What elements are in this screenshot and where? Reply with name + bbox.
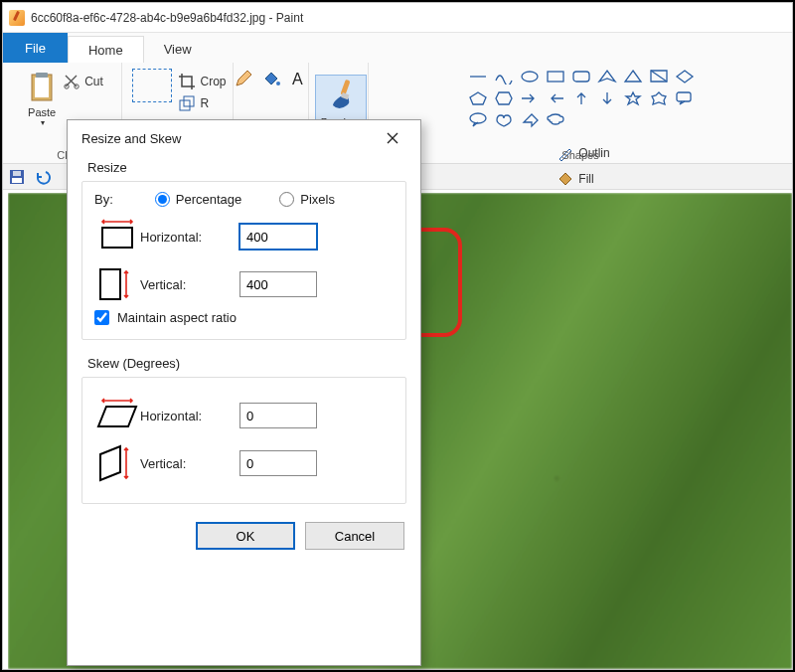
resize-group: By: Percentage Pixels Horizontal:	[81, 181, 406, 340]
svg-rect-9	[340, 79, 350, 95]
svg-rect-27	[102, 228, 132, 248]
svg-marker-14	[599, 71, 615, 82]
save-icon[interactable]	[9, 169, 25, 185]
dialog-titlebar: Resize and Skew	[68, 120, 420, 156]
bucket-icon[interactable]	[261, 69, 281, 88]
skew-group: Horizontal: Vertical:	[81, 377, 406, 504]
svg-marker-29	[98, 407, 136, 426]
resize-legend: Resize	[68, 156, 420, 181]
svg-rect-26	[13, 171, 21, 176]
svg-point-23	[470, 113, 486, 123]
svg-marker-30	[100, 446, 120, 480]
cut-button[interactable]: Cut	[63, 71, 103, 92]
close-button[interactable]	[373, 123, 412, 153]
pencil-icon[interactable]	[234, 69, 253, 88]
resize-horizontal-input[interactable]	[239, 224, 317, 250]
select-button[interactable]	[132, 69, 172, 102]
by-label: By:	[94, 192, 113, 207]
clipboard-icon	[25, 71, 59, 104]
radio-pixels-input[interactable]	[279, 192, 294, 207]
svg-rect-25	[12, 178, 22, 183]
resize-vertical-input[interactable]	[239, 271, 317, 297]
bucket-fill-icon	[556, 170, 574, 188]
resize-horizontal-icon	[94, 217, 140, 256]
crop-icon	[178, 73, 196, 90]
svg-rect-28	[100, 269, 120, 299]
radio-pixels[interactable]: Pixels	[279, 192, 335, 207]
skew-vertical-icon	[94, 443, 140, 483]
paint-window: 6cc60f8a-ef6c-4728-ab4c-b9e9a6b4fd32.jpg…	[2, 2, 793, 670]
close-icon	[387, 132, 398, 144]
shape-fill-button[interactable]: Fill	[556, 168, 609, 190]
skew-horizontal-icon	[94, 396, 140, 435]
svg-marker-20	[626, 92, 640, 104]
svg-point-7	[276, 82, 280, 85]
svg-text:A: A	[292, 71, 303, 87]
radio-percentage-input[interactable]	[155, 192, 170, 207]
resize-vertical-label: Vertical:	[140, 277, 239, 292]
title-filename: 6cc60f8a-ef6c-4728-ab4c-b9e9a6b4fd32.jpg	[31, 11, 265, 25]
svg-marker-21	[652, 92, 666, 104]
svg-marker-19	[496, 92, 512, 104]
resize-vertical-icon	[94, 264, 140, 304]
chevron-down-icon: ▾	[41, 118, 45, 127]
resize-skew-dialog: Resize and Skew Resize By: Percentage Pi…	[67, 119, 421, 666]
ribbon-tabs: File Home View	[3, 33, 792, 63]
skew-horizontal-label: Horizontal:	[140, 409, 239, 423]
text-icon[interactable]: A	[289, 69, 309, 88]
svg-rect-1	[35, 78, 49, 97]
dialog-buttons: OK Cancel	[68, 516, 420, 562]
svg-rect-2	[36, 73, 48, 78]
radio-percentage[interactable]: Percentage	[155, 192, 242, 207]
svg-rect-12	[548, 72, 563, 82]
tab-view[interactable]: View	[144, 35, 212, 63]
paint-app-icon	[9, 10, 25, 26]
svg-marker-18	[470, 92, 486, 104]
svg-marker-17	[677, 71, 693, 83]
resize-horizontal-label: Horizontal:	[140, 230, 239, 245]
svg-rect-6	[184, 96, 194, 106]
maintain-aspect-label: Maintain aspect ratio	[117, 310, 237, 325]
dialog-title: Resize and Skew	[81, 131, 181, 146]
svg-rect-5	[180, 100, 190, 110]
svg-rect-22	[677, 92, 691, 101]
titlebar: 6cc60f8a-ef6c-4728-ab4c-b9e9a6b4fd32.jpg…	[3, 3, 792, 33]
maintain-aspect-checkbox[interactable]	[94, 310, 109, 325]
crop-button[interactable]: Crop	[178, 71, 226, 92]
svg-rect-13	[573, 72, 589, 82]
skew-vertical-input[interactable]	[239, 450, 317, 476]
svg-point-11	[522, 72, 538, 82]
brush-icon	[321, 76, 361, 115]
cancel-button[interactable]: Cancel	[305, 522, 404, 550]
svg-marker-15	[625, 71, 641, 82]
shapes-gallery[interactable]	[466, 67, 697, 140]
resize-icon	[178, 94, 196, 112]
paste-button[interactable]: Paste ▾	[21, 67, 63, 146]
undo-icon[interactable]	[35, 169, 51, 185]
scissors-icon	[63, 73, 80, 90]
ok-button[interactable]: OK	[196, 522, 295, 550]
tab-home[interactable]: Home	[68, 36, 144, 64]
group-shapes: Outlin Fill Shapes	[369, 63, 792, 163]
skew-vertical-label: Vertical:	[140, 456, 239, 471]
title-separator: -	[265, 11, 276, 25]
skew-legend: Skew (Degrees)	[68, 352, 420, 377]
tab-file[interactable]: File	[3, 33, 68, 63]
group-label-shapes: Shapes	[369, 149, 792, 161]
resize-button[interactable]: R	[178, 92, 226, 114]
title-appname: Paint	[276, 11, 303, 25]
skew-horizontal-input[interactable]	[239, 403, 317, 428]
